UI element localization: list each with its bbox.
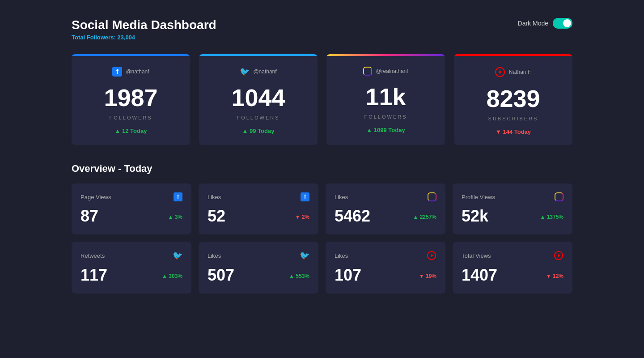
dark-mode-label: Dark Mode [518, 20, 548, 27]
twitter-card-header: 🐦 @nathanf [210, 67, 307, 77]
likes-tw-change: ▲ 553% [289, 273, 309, 279]
total-followers: Total Followers: 23,004 [72, 34, 216, 41]
overview-card-header-2: Likes f [208, 192, 309, 201]
overview-footer-6: 507 ▲ 553% [208, 266, 309, 286]
instagram-change: ▲ 1099 Today [337, 127, 434, 133]
overview-profile-views-ig: Profile Views 52k ▲ 1375% [453, 183, 572, 234]
dark-mode-toggle[interactable] [553, 18, 572, 29]
likes-yt-label: Likes [335, 252, 348, 259]
overview-card-header-5: Retweets 🐦 [80, 251, 182, 260]
likes-ig-change: ▲ 2257% [413, 214, 436, 220]
overview-card-header-8: Total Views [462, 251, 564, 260]
likes-ig-label: Likes [335, 194, 348, 200]
page-views-count: 87 [80, 207, 98, 226]
likes-yt-count: 107 [335, 266, 361, 285]
twitter-card: 🐦 @nathanf 1044 FOLLOWERS ▲ 99 Today [199, 54, 318, 145]
profile-views-label: Profile Views [462, 194, 495, 200]
likes-fb-change: ▼ 2% [295, 214, 309, 220]
overview-footer-5: 117 ▲ 303% [80, 266, 182, 286]
header-left: Social Media Dashboard Total Followers: … [72, 18, 216, 41]
facebook-username: @nathanf [126, 68, 149, 75]
page-title: Social Media Dashboard [72, 18, 216, 32]
overview-likes-ig: Likes 5462 ▲ 2257% [326, 183, 445, 234]
facebook-card: f @nathanf 1987 FOLLOWERS ▲ 12 Today [72, 54, 190, 145]
facebook-icon-sm: f [174, 192, 182, 201]
profile-views-count: 52k [462, 207, 488, 226]
total-views-change: ▼ 12% [546, 273, 564, 279]
twitter-icon-sm: 🐦 [173, 251, 182, 260]
twitter-count: 1044 [210, 84, 307, 111]
youtube-icon-sm [427, 251, 436, 260]
instagram-icon [363, 67, 372, 76]
total-views-count: 1407 [462, 266, 497, 285]
svg-marker-5 [558, 254, 560, 257]
overview-footer-2: 52 ▼ 2% [208, 207, 309, 227]
overview-card-header-7: Likes [335, 251, 436, 260]
page-views-label: Page Views [80, 194, 111, 200]
overview-likes-tw: Likes 🐦 507 ▲ 553% [199, 242, 318, 294]
instagram-icon-sm-2 [555, 192, 564, 201]
youtube-icon-sm-2 [554, 251, 564, 260]
instagram-username: @realnathanf [376, 68, 408, 74]
profile-views-change: ▲ 1375% [540, 214, 564, 220]
youtube-change: ▼ 144 Today [465, 128, 562, 135]
facebook-label: FOLLOWERS [82, 115, 179, 120]
overview-likes-yt: Likes 107 ▼ 19% [326, 242, 445, 294]
overview-retweets-tw: Retweets 🐦 117 ▲ 303% [72, 242, 191, 294]
overview-footer-1: 87 ▲ 3% [80, 207, 182, 227]
page-views-change: ▲ 3% [168, 214, 182, 220]
overview-page-views-fb: Page Views f 87 ▲ 3% [72, 183, 191, 234]
likes-fb-label: Likes [208, 194, 221, 200]
facebook-count: 1987 [82, 84, 179, 111]
youtube-count: 8239 [465, 85, 562, 112]
overview-card-header-4: Profile Views [462, 192, 564, 201]
overview-footer-7: 107 ▼ 19% [335, 266, 436, 286]
total-views-label: Total Views [462, 252, 491, 259]
twitter-label: FOLLOWERS [210, 115, 307, 120]
facebook-icon-sm-2: f [301, 192, 309, 201]
overview-footer-8: 1407 ▼ 12% [462, 266, 564, 286]
instagram-card: @realnathanf 11k FOLLOWERS ▲ 1099 Today [326, 54, 445, 145]
overview-footer-3: 5462 ▲ 2257% [335, 207, 436, 227]
overview-footer-4: 52k ▲ 1375% [462, 207, 564, 227]
likes-ig-count: 5462 [335, 207, 370, 226]
instagram-card-header: @realnathanf [337, 67, 434, 76]
youtube-label: SUBSCRIBERS [465, 116, 562, 121]
twitter-change: ▲ 99 Today [210, 128, 307, 134]
youtube-username: Nathan F. [509, 69, 532, 75]
likes-tw-count: 507 [208, 266, 234, 285]
facebook-icon: f [112, 67, 122, 77]
svg-marker-3 [431, 254, 433, 257]
svg-marker-1 [499, 70, 502, 74]
facebook-card-header: f @nathanf [82, 67, 179, 77]
instagram-label: FOLLOWERS [337, 114, 434, 119]
instagram-count: 11k [337, 83, 434, 111]
page-header: Social Media Dashboard Total Followers: … [72, 18, 572, 41]
overview-title: Overview - Today [72, 163, 572, 175]
twitter-icon-sm-2: 🐦 [300, 251, 309, 260]
facebook-change: ▲ 12 Today [82, 128, 179, 134]
dark-mode-section: Dark Mode [518, 18, 572, 29]
likes-tw-label: Likes [208, 252, 221, 259]
overview-card-header-1: Page Views f [80, 192, 182, 201]
overview-card-header-6: Likes 🐦 [208, 251, 309, 260]
youtube-card: Nathan F. 8239 SUBSCRIBERS ▼ 144 Today [454, 54, 572, 145]
overview-card-header-3: Likes [335, 192, 436, 201]
twitter-username: @nathanf [253, 68, 276, 75]
youtube-card-header: Nathan F. [465, 67, 562, 77]
retweets-label: Retweets [80, 252, 105, 259]
toggle-knob [563, 19, 571, 27]
twitter-icon: 🐦 [240, 67, 250, 77]
retweets-count: 117 [80, 266, 107, 285]
instagram-icon-sm [428, 192, 436, 201]
overview-likes-fb: Likes f 52 ▼ 2% [199, 183, 318, 234]
likes-fb-count: 52 [208, 207, 225, 226]
likes-yt-change: ▼ 19% [419, 273, 436, 279]
retweets-change: ▲ 303% [162, 273, 182, 279]
overview-total-views-yt: Total Views 1407 ▼ 12% [453, 242, 572, 294]
top-cards-grid: f @nathanf 1987 FOLLOWERS ▲ 12 Today 🐦 @… [72, 54, 572, 145]
youtube-icon [495, 67, 505, 77]
overview-grid: Page Views f 87 ▲ 3% Likes f 52 ▼ 2% Lik… [72, 183, 572, 294]
